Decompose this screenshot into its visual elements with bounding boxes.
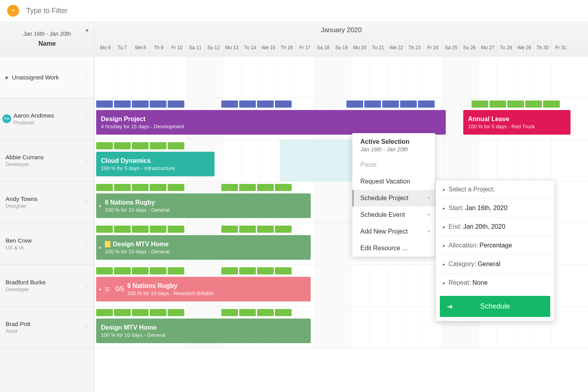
day-header[interactable]: We 29 [515,39,533,56]
task-bar-cloud-dynamics[interactable]: Cloud Dynamics 100 % for 5 days - Infras… [96,152,215,176]
caret-right-icon: ▸ [443,206,445,211]
field-allocation[interactable]: ▸ Allocation: Percentage [436,236,554,255]
task-title: Annual Leave [468,116,566,123]
availability-chips [96,309,292,316]
chevron-right-icon: ▸ [428,195,430,200]
filter-input[interactable] [26,7,581,15]
resource-role: UX & IA [6,245,32,251]
row-menu-icon[interactable]: ⋮ [83,74,89,80]
day-header[interactable]: Tu 21 [369,39,387,56]
day-header[interactable]: Fr 24 [424,39,442,56]
menu-item-edit-resource[interactable]: Edit Resource ... [352,240,435,257]
day-header[interactable]: Mo 13 [222,39,241,56]
field-category[interactable]: ▸ Category: General [436,255,554,274]
row-menu-icon[interactable]: ⋮ [83,241,89,247]
menu-item-request-vacation[interactable]: Request Vacation [352,173,435,190]
context-menu-range: Jan 16th - Jan 20th [360,146,427,153]
row-menu-icon[interactable]: ⋮ [83,199,89,205]
day-header[interactable]: Tu 14 [241,39,259,56]
day-header[interactable]: Su 19 [332,39,350,56]
day-header[interactable]: Tu 7 [113,39,131,56]
availability-chips [96,267,292,274]
field-select-project[interactable]: ▸ Select a Project: [436,180,554,199]
day-header[interactable]: Th 16 [277,39,296,56]
task-bar-annual-leave[interactable]: Annual Leave 100 % for 5 days - Red Truc… [463,110,571,135]
resource-row[interactable]: PM Aaron Andrews Producer ⋮ [0,98,94,140]
unassigned-row[interactable]: ▸ Unassigned Work ⋮ [0,56,94,98]
task-bar-six-nations[interactable]: 6 Nations Rugby 100 % for 10 days - Gene… [96,193,311,218]
field-end[interactable]: ▸ End: Jan 20th, 2020 [436,218,554,236]
day-header[interactable]: We 8 [131,39,149,56]
menu-item-add-new-project[interactable]: Add New Project▸ [352,223,435,240]
context-menu: Active Selection Jan 16th - Jan 20th Pas… [352,133,435,257]
day-header[interactable]: Mo 6 [95,39,113,56]
resource-name: Bradford Burke [6,279,46,286]
caret-right-icon: ▸ [443,243,445,248]
availability-chips [96,226,292,233]
day-header[interactable]: Sa 25 [442,39,460,56]
day-header[interactable]: Sa 11 [186,39,204,56]
context-menu-header: Active Selection Jan 16th - Jan 20th [352,133,435,156]
task-subtitle: 100 % for 10 days - General [101,332,306,338]
day-header[interactable]: Fr 10 [168,39,186,56]
day-header[interactable]: Th 9 [149,39,168,56]
date-range-label: Jan 16th - Jan 20th [23,31,71,37]
context-menu-title: Active Selection [360,138,427,145]
task-bar-mtv-home[interactable]: Design MTV Home 100 % for 10 days - Gene… [96,235,311,260]
day-header[interactable]: Su 12 [204,39,222,56]
task-subtitle: 100 % for 5 days - Infrastructure [101,165,210,171]
pm-badge: PM [2,114,11,123]
day-header[interactable]: Fr 31 [551,39,570,56]
chevron-right-icon: ▸ [428,228,430,234]
availability-chips [96,142,184,149]
checklist-icon: ☰ [105,286,110,292]
menu-item-schedule-project[interactable]: Schedule Project▸ [352,190,435,207]
schedule-button[interactable]: ➔ Schedule [440,296,550,317]
field-start[interactable]: ▸ Start: Jan 16th, 2020 [436,199,554,218]
day-header[interactable]: Fr 17 [296,39,314,56]
timeline-row[interactable]: Design Project 4 hrs/day for 15 days - D… [95,98,588,140]
task-bar-design-project[interactable]: Design Project 4 hrs/day for 15 days - D… [96,110,446,135]
file-icon [105,241,110,247]
task-title: Design Project [101,116,441,123]
name-column-header: Name [39,40,56,47]
field-repeat[interactable]: ▸ Repeat: None [436,274,554,292]
task-subtitle: 4 hrs/day for 15 days - Development [101,124,441,129]
timeline-row-unassigned[interactable] [95,56,588,98]
day-header[interactable]: Su 26 [460,39,478,56]
day-header[interactable]: Sa 18 [314,39,332,56]
month-label: January 2020 [95,22,588,39]
day-header[interactable]: Tu 28 [497,39,515,56]
availability-chips [96,100,560,108]
resource-row[interactable]: Ben Crew UX & IA ⋮ [0,223,94,265]
task-bar-mtv-home[interactable]: Design MTV Home 100 % for 10 days - Gene… [96,319,311,343]
timeline-row[interactable]: Cloud Dynamics 100 % for 5 days - Infras… [95,140,588,182]
day-header[interactable]: We 15 [259,39,277,56]
day-header[interactable]: We 22 [387,39,405,56]
task-title: Cloud Dynamics [101,157,210,164]
menu-item-paste: Paste [352,156,435,173]
resource-row[interactable]: Bradford Burke Developer ⋮ [0,265,94,307]
sidebar-header: Jan 16th - Jan 20th Name ▾ [0,22,94,56]
task-title: Design MTV Home [101,324,306,331]
day-header[interactable]: Th 23 [405,39,424,56]
resource-row[interactable]: Abbie Currans Developer ⋮ [0,140,94,182]
day-header[interactable]: Mo 20 [350,39,369,56]
day-header[interactable]: Mo 27 [478,39,497,56]
task-subtitle: 100 % for 10 days - General [105,249,306,255]
day-header[interactable]: Th 30 [533,39,551,56]
arrow-right-icon: ➔ [447,302,453,311]
row-menu-icon[interactable]: ⋮ [83,157,89,164]
logo-icon [7,5,19,17]
caret-right-icon: ▸ [6,73,9,81]
row-menu-icon[interactable]: ⋮ [83,324,89,330]
row-menu-icon[interactable]: ⋮ [83,116,89,122]
resource-row[interactable]: Andy Towns Designer ⋮ [0,182,94,223]
resource-name: Ben Crew [6,237,32,244]
days-row: Mo 6Tu 7We 8Th 9Fr 10Sa 11Su 12Mo 13Tu 1… [95,39,588,56]
menu-item-schedule-event[interactable]: Schedule Event▸ [352,207,435,223]
row-menu-icon[interactable]: ⋮ [83,282,89,289]
chevron-down-icon[interactable]: ▾ [85,27,89,34]
resource-row[interactable]: Brad Pott Atrist ⋮ [0,307,94,348]
task-bar-six-nations-billable[interactable]: ☰ 0/5 6 Nations Rugby 100 % for 10 days … [96,277,311,301]
